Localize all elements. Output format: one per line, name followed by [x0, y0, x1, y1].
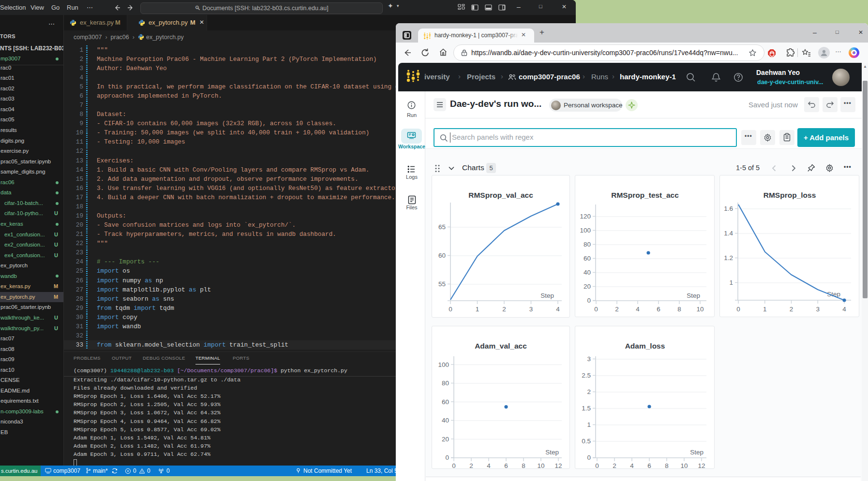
svg-text:20: 20 — [442, 436, 449, 443]
svg-text:1.6: 1.6 — [724, 205, 733, 212]
svg-text:2: 2 — [502, 306, 506, 313]
svg-text:Step: Step — [687, 292, 700, 299]
svg-text:0: 0 — [587, 297, 591, 304]
svg-text:8: 8 — [665, 462, 669, 468]
svg-text:Step: Step — [690, 449, 703, 456]
svg-text:12: 12 — [698, 462, 705, 468]
svg-text:0: 0 — [445, 454, 449, 461]
svg-text:100: 100 — [580, 227, 591, 234]
svg-text:4: 4 — [842, 306, 846, 313]
svg-text:4: 4 — [487, 462, 491, 468]
svg-text:RMSprop_loss: RMSprop_loss — [763, 191, 816, 199]
svg-text:0: 0 — [595, 462, 599, 468]
svg-text:2: 2 — [790, 306, 793, 313]
svg-text:Step: Step — [545, 449, 559, 456]
svg-text:12: 12 — [554, 462, 562, 468]
svg-text:2: 2 — [469, 462, 473, 468]
svg-text:8: 8 — [522, 462, 525, 468]
svg-text:0: 0 — [452, 462, 456, 468]
svg-text:0: 0 — [449, 306, 452, 313]
svg-text:1: 1 — [476, 306, 479, 313]
svg-text:10: 10 — [537, 462, 544, 468]
svg-text:4: 4 — [556, 306, 560, 313]
svg-text:40: 40 — [442, 417, 449, 424]
svg-text:40: 40 — [584, 269, 591, 276]
svg-text:6: 6 — [504, 462, 508, 468]
svg-text:0: 0 — [587, 454, 591, 461]
svg-text:3: 3 — [529, 306, 533, 313]
svg-text:55: 55 — [438, 280, 446, 288]
svg-text:80: 80 — [584, 241, 591, 248]
svg-text:2.5: 2.5 — [582, 372, 591, 379]
svg-text:60: 60 — [584, 255, 591, 262]
svg-text:60: 60 — [442, 398, 449, 406]
svg-text:20: 20 — [584, 283, 591, 290]
svg-text:60: 60 — [438, 252, 446, 259]
svg-text:2: 2 — [615, 306, 619, 313]
svg-text:1: 1 — [763, 306, 767, 313]
svg-text:1.4: 1.4 — [724, 230, 733, 237]
svg-text:3: 3 — [816, 306, 820, 313]
svg-text:1: 1 — [587, 421, 591, 428]
svg-text:3: 3 — [587, 355, 591, 363]
svg-text:10: 10 — [696, 306, 703, 313]
svg-text:Adam_loss: Adam_loss — [625, 342, 665, 350]
svg-text:2: 2 — [587, 388, 591, 395]
svg-text:0.5: 0.5 — [582, 437, 591, 445]
svg-text:0: 0 — [594, 306, 598, 313]
svg-text:6: 6 — [647, 462, 651, 468]
svg-text:120: 120 — [580, 213, 591, 220]
svg-text:RMSprop_test_acc: RMSprop_test_acc — [611, 191, 679, 199]
svg-text:Adam_val_acc: Adam_val_acc — [475, 342, 527, 350]
svg-text:0: 0 — [736, 306, 740, 313]
svg-text:65: 65 — [438, 223, 446, 231]
svg-text:100: 100 — [438, 361, 449, 368]
svg-text:6: 6 — [657, 306, 660, 313]
svg-text:10: 10 — [680, 462, 688, 468]
svg-text:80: 80 — [442, 379, 449, 387]
svg-text:1.5: 1.5 — [582, 405, 591, 412]
svg-text:4: 4 — [636, 306, 640, 313]
svg-text:4: 4 — [630, 462, 634, 468]
svg-text:RMSprop_val_acc: RMSprop_val_acc — [468, 191, 533, 199]
svg-text:8: 8 — [677, 306, 681, 313]
svg-text:1: 1 — [729, 279, 733, 286]
svg-text:2: 2 — [613, 462, 616, 468]
svg-text:Step: Step — [540, 292, 554, 299]
svg-text:1.2: 1.2 — [724, 254, 733, 262]
